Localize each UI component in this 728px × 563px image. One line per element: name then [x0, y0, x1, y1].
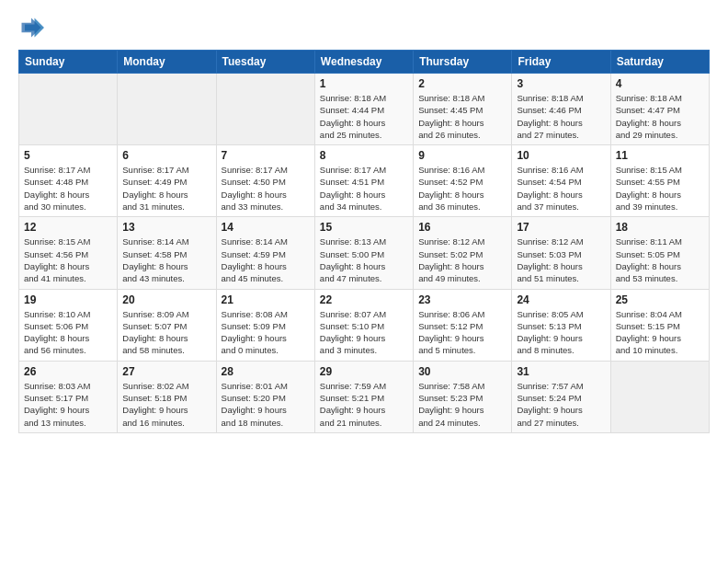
logo-icon: [18, 15, 44, 40]
calendar-cell: 6Sunrise: 8:17 AM Sunset: 4:49 PM Daylig…: [118, 145, 216, 217]
day-number: 26: [24, 365, 112, 378]
day-number: 20: [122, 293, 210, 306]
calendar-cell: [610, 361, 709, 432]
day-info: Sunrise: 8:13 AM Sunset: 5:00 PM Dayligh…: [320, 236, 408, 284]
header: [18, 15, 710, 40]
weekday-header-friday: Friday: [512, 51, 610, 74]
day-number: 22: [320, 293, 408, 306]
day-number: 18: [616, 221, 704, 234]
calendar-cell: 12Sunrise: 8:15 AM Sunset: 4:56 PM Dayli…: [19, 217, 118, 289]
day-number: 11: [616, 149, 704, 162]
day-info: Sunrise: 8:02 AM Sunset: 5:18 PM Dayligh…: [122, 380, 210, 429]
weekday-header-sunday: Sunday: [19, 51, 118, 74]
day-info: Sunrise: 8:07 AM Sunset: 5:10 PM Dayligh…: [320, 308, 408, 357]
day-number: 30: [418, 365, 506, 378]
calendar-cell: 9Sunrise: 8:16 AM Sunset: 4:52 PM Daylig…: [414, 145, 512, 217]
calendar-cell: [118, 74, 216, 145]
calendar-cell: 25Sunrise: 8:04 AM Sunset: 5:15 PM Dayli…: [610, 289, 709, 361]
day-info: Sunrise: 8:15 AM Sunset: 4:55 PM Dayligh…: [616, 164, 704, 213]
day-info: Sunrise: 8:18 AM Sunset: 4:45 PM Dayligh…: [418, 92, 506, 141]
day-number: 7: [222, 149, 310, 162]
day-info: Sunrise: 8:16 AM Sunset: 4:52 PM Dayligh…: [418, 164, 506, 213]
calendar-cell: 28Sunrise: 8:01 AM Sunset: 5:20 PM Dayli…: [216, 361, 314, 432]
day-number: 3: [517, 77, 605, 90]
day-info: Sunrise: 8:12 AM Sunset: 5:02 PM Dayligh…: [418, 236, 506, 284]
day-info: Sunrise: 8:14 AM Sunset: 4:58 PM Dayligh…: [122, 236, 210, 284]
day-info: Sunrise: 8:16 AM Sunset: 4:54 PM Dayligh…: [517, 164, 605, 213]
calendar-cell: 21Sunrise: 8:08 AM Sunset: 5:09 PM Dayli…: [216, 289, 314, 361]
day-info: Sunrise: 8:10 AM Sunset: 5:06 PM Dayligh…: [24, 308, 112, 357]
calendar-cell: 30Sunrise: 7:58 AM Sunset: 5:23 PM Dayli…: [414, 361, 512, 432]
calendar-cell: 1Sunrise: 8:18 AM Sunset: 4:44 PM Daylig…: [314, 74, 413, 145]
day-number: 21: [222, 293, 310, 306]
calendar-cell: 18Sunrise: 8:11 AM Sunset: 5:05 PM Dayli…: [610, 217, 709, 289]
day-number: 19: [24, 293, 112, 306]
calendar-cell: 31Sunrise: 7:57 AM Sunset: 5:24 PM Dayli…: [512, 361, 610, 432]
calendar-cell: 19Sunrise: 8:10 AM Sunset: 5:06 PM Dayli…: [19, 289, 118, 361]
day-number: 9: [418, 149, 506, 162]
day-number: 13: [122, 221, 210, 234]
day-info: Sunrise: 8:06 AM Sunset: 5:12 PM Dayligh…: [418, 308, 506, 357]
day-info: Sunrise: 8:17 AM Sunset: 4:48 PM Dayligh…: [24, 164, 112, 213]
day-number: 6: [122, 149, 210, 162]
calendar-cell: 23Sunrise: 8:06 AM Sunset: 5:12 PM Dayli…: [414, 289, 512, 361]
day-info: Sunrise: 8:12 AM Sunset: 5:03 PM Dayligh…: [517, 236, 605, 284]
day-info: Sunrise: 8:18 AM Sunset: 4:44 PM Dayligh…: [320, 92, 408, 141]
day-number: 14: [222, 221, 310, 234]
day-info: Sunrise: 8:03 AM Sunset: 5:17 PM Dayligh…: [24, 380, 112, 429]
day-info: Sunrise: 8:04 AM Sunset: 5:15 PM Dayligh…: [616, 308, 704, 357]
day-number: 10: [517, 149, 605, 162]
weekday-header-monday: Monday: [118, 51, 216, 74]
calendar-cell: [19, 74, 118, 145]
day-info: Sunrise: 8:08 AM Sunset: 5:09 PM Dayligh…: [222, 308, 310, 357]
day-number: 23: [418, 293, 506, 306]
day-number: 17: [517, 221, 605, 234]
calendar-cell: 15Sunrise: 8:13 AM Sunset: 5:00 PM Dayli…: [314, 217, 413, 289]
day-number: 2: [418, 77, 506, 90]
day-info: Sunrise: 7:57 AM Sunset: 5:24 PM Dayligh…: [517, 380, 605, 429]
logo: [18, 15, 48, 40]
day-info: Sunrise: 7:58 AM Sunset: 5:23 PM Dayligh…: [418, 380, 506, 429]
calendar-cell: 14Sunrise: 8:14 AM Sunset: 4:59 PM Dayli…: [216, 217, 314, 289]
day-info: Sunrise: 8:18 AM Sunset: 4:46 PM Dayligh…: [517, 92, 605, 141]
weekday-header-tuesday: Tuesday: [216, 51, 314, 74]
day-info: Sunrise: 8:17 AM Sunset: 4:49 PM Dayligh…: [122, 164, 210, 213]
day-info: Sunrise: 8:11 AM Sunset: 5:05 PM Dayligh…: [616, 236, 704, 284]
svg-marker-2: [22, 18, 41, 38]
calendar-cell: 17Sunrise: 8:12 AM Sunset: 5:03 PM Dayli…: [512, 217, 610, 289]
day-info: Sunrise: 8:17 AM Sunset: 4:50 PM Dayligh…: [222, 164, 310, 213]
calendar-cell: 11Sunrise: 8:15 AM Sunset: 4:55 PM Dayli…: [610, 145, 709, 217]
day-info: Sunrise: 8:18 AM Sunset: 4:47 PM Dayligh…: [616, 92, 704, 141]
day-number: 16: [418, 221, 506, 234]
calendar-cell: 26Sunrise: 8:03 AM Sunset: 5:17 PM Dayli…: [19, 361, 118, 432]
calendar-cell: 8Sunrise: 8:17 AM Sunset: 4:51 PM Daylig…: [314, 145, 413, 217]
day-number: 29: [320, 365, 408, 378]
calendar-cell: 13Sunrise: 8:14 AM Sunset: 4:58 PM Dayli…: [118, 217, 216, 289]
calendar-cell: 24Sunrise: 8:05 AM Sunset: 5:13 PM Dayli…: [512, 289, 610, 361]
day-number: 25: [616, 293, 704, 306]
day-number: 12: [24, 221, 112, 234]
calendar-cell: 29Sunrise: 7:59 AM Sunset: 5:21 PM Dayli…: [314, 361, 413, 432]
day-number: 5: [24, 149, 112, 162]
day-number: 15: [320, 221, 408, 234]
calendar-cell: 10Sunrise: 8:16 AM Sunset: 4:54 PM Dayli…: [512, 145, 610, 217]
weekday-header-saturday: Saturday: [610, 51, 709, 74]
page: SundayMondayTuesdayWednesdayThursdayFrid…: [0, 0, 728, 563]
day-info: Sunrise: 8:14 AM Sunset: 4:59 PM Dayligh…: [222, 236, 310, 284]
calendar-cell: 16Sunrise: 8:12 AM Sunset: 5:02 PM Dayli…: [414, 217, 512, 289]
calendar-cell: 7Sunrise: 8:17 AM Sunset: 4:50 PM Daylig…: [216, 145, 314, 217]
day-info: Sunrise: 8:01 AM Sunset: 5:20 PM Dayligh…: [222, 380, 310, 429]
day-info: Sunrise: 8:15 AM Sunset: 4:56 PM Dayligh…: [24, 236, 112, 284]
weekday-header-wednesday: Wednesday: [314, 51, 413, 74]
calendar-cell: 5Sunrise: 8:17 AM Sunset: 4:48 PM Daylig…: [19, 145, 118, 217]
calendar-cell: 4Sunrise: 8:18 AM Sunset: 4:47 PM Daylig…: [610, 74, 709, 145]
calendar-cell: [216, 74, 314, 145]
calendar-cell: 3Sunrise: 8:18 AM Sunset: 4:46 PM Daylig…: [512, 74, 610, 145]
calendar-cell: 22Sunrise: 8:07 AM Sunset: 5:10 PM Dayli…: [314, 289, 413, 361]
day-number: 24: [517, 293, 605, 306]
day-info: Sunrise: 8:05 AM Sunset: 5:13 PM Dayligh…: [517, 308, 605, 357]
weekday-header-thursday: Thursday: [414, 51, 512, 74]
day-number: 31: [517, 365, 605, 378]
day-number: 27: [122, 365, 210, 378]
day-number: 4: [616, 77, 704, 90]
